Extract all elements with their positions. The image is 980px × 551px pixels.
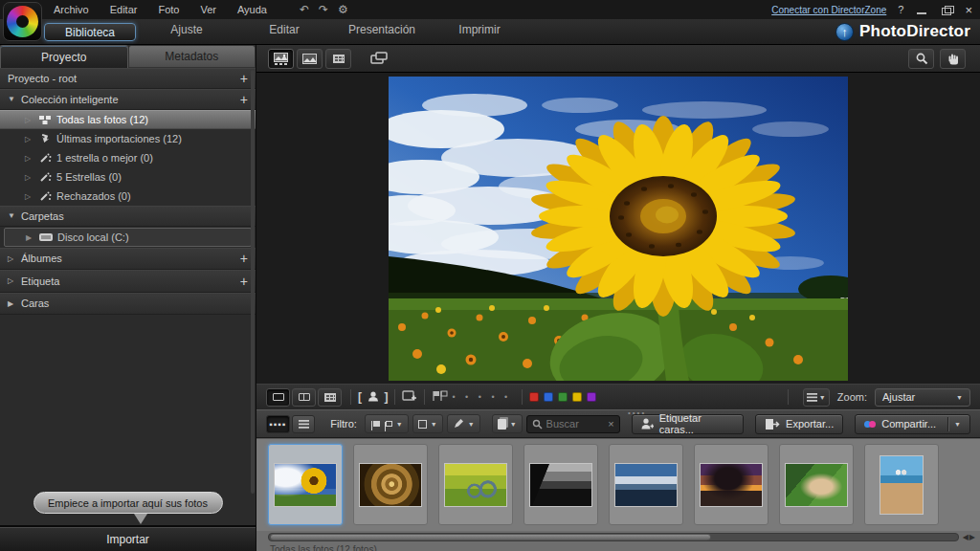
add-region-icon[interactable] — [402, 390, 417, 405]
albums-header[interactable]: ▷ Álbumes + — [0, 248, 256, 270]
menu-archivo[interactable]: Archivo — [54, 4, 89, 15]
sidebar-tab-metadatos[interactable]: Metadatos — [128, 45, 256, 68]
filter-edit-dropdown[interactable]: ▼ — [447, 414, 480, 433]
chevron-icon[interactable]: ▶ — [26, 233, 38, 242]
thumbnail-sunflower[interactable] — [268, 444, 343, 525]
directorzone-link[interactable]: Conectar con DirectorZone — [771, 5, 886, 15]
filter-rating-dropdown[interactable]: ▼ — [412, 414, 443, 433]
face-tag-icon[interactable]: [ ] — [358, 390, 388, 404]
pan-tool-button[interactable] — [940, 49, 966, 69]
smart-collection-header[interactable]: ▼ Colección inteligente + — [0, 89, 256, 110]
tree-item-rejected[interactable]: ▷ Rechazados (0) — [0, 187, 256, 206]
filter-flag-dropdown[interactable]: ▼ — [365, 414, 409, 433]
chevron-icon[interactable]: ▷ — [8, 254, 21, 263]
menu-editar[interactable]: Editar — [110, 4, 138, 15]
magic-wand-icon — [37, 153, 53, 164]
rating-dots[interactable]: • • • • • — [452, 392, 511, 402]
menu-ver[interactable]: Ver — [200, 4, 216, 15]
view-single-button[interactable] — [266, 388, 290, 407]
add-project-button[interactable]: + — [240, 72, 248, 85]
add-album-button[interactable]: + — [240, 252, 248, 265]
close-button[interactable]: × — [965, 5, 972, 15]
magic-wand-icon — [37, 172, 53, 183]
tree-item-last-imports[interactable]: ▷ Últimas importaciones (12) — [0, 129, 256, 148]
thumbnail-storm-sunset[interactable] — [694, 444, 768, 525]
chevron-icon[interactable]: ▶ — [8, 299, 21, 308]
tree-item-one-star[interactable]: ▷ 1 estrella o mejor (0) — [0, 148, 256, 167]
search-input[interactable] — [546, 418, 605, 430]
minimize-button[interactable] — [915, 5, 928, 15]
menu-foto[interactable]: Foto — [158, 4, 179, 15]
help-button[interactable]: ? — [898, 4, 903, 15]
undo-icon[interactable]: ↶ — [300, 3, 309, 16]
flags-icon[interactable] — [432, 390, 448, 404]
menu-ayuda[interactable]: Ayuda — [237, 4, 267, 15]
viewer-mode-single-button[interactable] — [297, 49, 323, 69]
tree-item-all-photos[interactable]: ▷ Todas las fotos (12) — [0, 110, 256, 129]
sidebar-scrollbar[interactable] — [251, 70, 255, 494]
chevron-icon[interactable]: ▷ — [25, 135, 37, 143]
settings-gear-icon[interactable]: ⚙ — [338, 3, 348, 16]
tab-biblioteca[interactable]: Biblioteca — [42, 23, 138, 41]
tab-ajuste[interactable]: Ajuste — [138, 23, 235, 41]
view-multi-button[interactable] — [318, 388, 342, 407]
tab-imprimir[interactable]: Imprimir — [431, 23, 528, 41]
scrollbar-track[interactable] — [268, 533, 959, 541]
sidebar-tab-proyecto[interactable]: Proyecto — [0, 45, 128, 68]
chevron-icon[interactable]: ▷ — [25, 154, 37, 163]
list-view-button[interactable] — [292, 415, 316, 433]
splitter-grip[interactable]: •••• — [628, 411, 646, 415]
thumbnail-dark-landscape[interactable] — [523, 444, 598, 525]
tree-item-five-stars[interactable]: ▷ 5 Estrellas (0) — [0, 167, 256, 187]
zoom-tool-button[interactable] — [908, 49, 934, 69]
folders-header[interactable]: ▼ Carpetas — [0, 206, 256, 227]
label-color-green[interactable] — [558, 392, 568, 402]
label-color-blue[interactable] — [544, 392, 553, 402]
thumbnail-beach-couple[interactable] — [864, 444, 939, 525]
thumbnail-cat-grass[interactable] — [779, 444, 854, 525]
collapse-arrow-icon[interactable]: ▼ — [8, 95, 21, 103]
label-color-red[interactable] — [529, 392, 539, 402]
faces-header[interactable]: ▶ Caras — [0, 293, 256, 315]
app-logo-icon — [7, 6, 38, 37]
tree-item-disk-c[interactable]: ▶ Disco local (C:) — [4, 228, 252, 247]
dual-monitor-button[interactable] — [368, 49, 390, 69]
scroll-arrows-icon[interactable]: ◀▶ — [963, 533, 976, 541]
tag-faces-button[interactable]: Etiquetar caras... — [632, 414, 744, 434]
search-box[interactable]: × — [526, 415, 620, 433]
clear-search-icon[interactable]: × — [608, 418, 613, 430]
scrollbar-thumb[interactable] — [270, 534, 711, 540]
tags-header[interactable]: ▷ Etiqueta + — [0, 270, 256, 293]
photo-viewer[interactable] — [256, 73, 980, 384]
export-button[interactable]: Exportar... — [755, 414, 843, 434]
add-smart-collection-button[interactable]: + — [240, 93, 248, 106]
share-button[interactable]: Compartir... ▼ — [855, 414, 970, 434]
tab-editar[interactable]: Editar — [235, 23, 333, 41]
collapse-arrow-icon[interactable]: ▼ — [8, 211, 21, 220]
view-compare-button[interactable] — [292, 388, 316, 407]
share-caret-icon[interactable]: ▼ — [954, 421, 961, 428]
chevron-icon[interactable]: ▷ — [25, 173, 37, 182]
thumbnail-mountain-lake[interactable] — [609, 444, 683, 525]
chevron-icon[interactable]: ▷ — [8, 276, 21, 285]
viewer-mode-filmstrip-button[interactable] — [268, 49, 294, 69]
viewer-mode-grid-button[interactable] — [325, 49, 351, 69]
import-button[interactable]: Importar — [0, 525, 256, 551]
filter-label-dropdown[interactable]: ▼ — [492, 414, 523, 433]
tab-presentacion[interactable]: Presentación — [333, 23, 431, 41]
chevron-icon[interactable]: ▷ — [25, 192, 37, 201]
thumbnail-golden-spiral[interactable] — [353, 444, 428, 525]
thumbnail-bicycle-field[interactable] — [438, 444, 513, 525]
redo-icon[interactable]: ↷ — [319, 3, 328, 16]
magnifier-icon — [915, 52, 928, 65]
add-tag-button[interactable]: + — [240, 275, 248, 288]
chevron-icon[interactable]: ▷ — [25, 116, 37, 124]
zoom-select[interactable]: Ajustar ▼ — [875, 388, 970, 407]
project-root-row[interactable]: Proyecto - root + — [0, 68, 256, 89]
export-icon — [765, 418, 780, 430]
label-color-yellow[interactable] — [572, 392, 582, 402]
thumbnail-view-button[interactable]: ▪▪▪▪ — [266, 415, 290, 433]
sort-options-button[interactable]: ▼ — [803, 388, 830, 407]
restore-button[interactable] — [940, 5, 953, 15]
label-color-purple[interactable] — [587, 392, 596, 402]
